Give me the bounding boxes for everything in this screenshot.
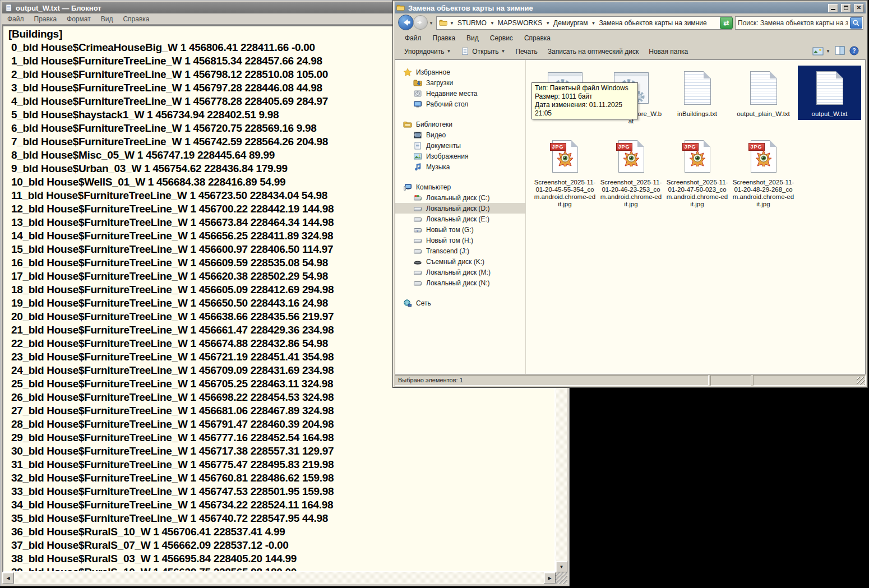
breadcrumb-separator-icon[interactable]: ▼ <box>544 21 552 26</box>
sidebar-item-Локальный диск (N:)[interactable]: Локальный диск (N:) <box>395 277 525 288</box>
sidebar-item-Новый том (H:)[interactable]: Новый том (H:) <box>395 235 525 246</box>
downloads-icon <box>413 78 422 87</box>
drivec-icon <box>413 193 422 202</box>
notepad-menu-item[interactable]: Справка <box>118 14 154 24</box>
explorer-resize-grip[interactable] <box>857 377 865 385</box>
help-icon[interactable]: ? <box>849 46 859 57</box>
file-item[interactable]: JPGScreenshot_2025-11-01-20-46-23-253_co… <box>599 134 663 210</box>
scroll-down-button[interactable]: ▼ <box>556 561 567 572</box>
drive-icon <box>413 204 422 213</box>
sidebar-item-Съемный диск (K:)[interactable]: Съемный диск (K:) <box>395 256 525 267</box>
breadcrumb-folder-icon <box>439 18 448 27</box>
breadcrumb-separator-icon[interactable]: ▼ <box>448 21 456 26</box>
views-dropdown-arrow[interactable]: ▼ <box>826 49 830 54</box>
breadcrumb-segment[interactable]: MAPSWORKS <box>496 18 544 28</box>
drive-icon <box>413 268 422 277</box>
sidebar-item-Загрузки[interactable]: Загрузки <box>395 77 525 88</box>
text-file-icon <box>816 71 843 105</box>
scroll-left-button[interactable]: ◀ <box>2 572 14 584</box>
dropdown-arrow-icon: ▼ <box>446 49 451 54</box>
history-dropdown-arrow[interactable]: ▼ <box>429 21 433 26</box>
back-button[interactable] <box>398 15 414 30</box>
open-file-icon <box>461 47 470 56</box>
close-button[interactable]: ✕ <box>854 4 864 12</box>
sidebar-item-Локальный диск (C:)[interactable]: Локальный диск (C:) <box>395 192 525 203</box>
text-line: 28_bld House$FurnitureTreeLine_W 1 45679… <box>8 418 554 431</box>
toolbar-button[interactable]: Новая папка <box>644 45 693 58</box>
notepad-menu-item[interactable]: Формат <box>62 14 96 24</box>
sidebar-item-Новый том (G:)[interactable]: ?Новый том (G:) <box>395 224 525 235</box>
search-icon[interactable] <box>850 17 862 29</box>
sidebar-item-Локальный диск (E:)[interactable]: Локальный диск (E:) <box>395 214 525 224</box>
file-item[interactable]: JPGScreenshot_2025-11-01-20-47-50-023_co… <box>665 134 729 210</box>
breadcrumb-segment[interactable]: Замена обьектов карты на зимние <box>597 18 708 28</box>
breadcrumb-segment[interactable]: Демиургам <box>552 18 589 28</box>
toolbar-button[interactable]: Открыть▼ <box>456 45 510 58</box>
video-icon <box>413 131 422 140</box>
toolbar-button[interactable]: Печать <box>510 45 542 58</box>
file-item[interactable]: output_plain_W.txt <box>732 66 795 120</box>
notepad-menu-item[interactable]: Файл <box>2 14 29 24</box>
recent-icon <box>413 89 422 98</box>
drive2-icon: ? <box>413 225 422 234</box>
drive-icon <box>413 247 422 256</box>
text-line: 39_bld House$RuralS_10_W 1 456629.75 228… <box>8 566 554 572</box>
file-name: Screenshot_2025-11-01-20-45-55-354_com.a… <box>534 179 596 208</box>
breadcrumb-separator-icon[interactable]: ▼ <box>589 21 597 26</box>
explorer-menu-item[interactable]: Сервис <box>484 33 519 43</box>
file-item[interactable]: output_W.txt <box>798 66 861 120</box>
image-viewer-eye-icon <box>755 150 772 166</box>
notepad-resize-grip[interactable] <box>556 572 567 584</box>
minimize-button[interactable] <box>828 4 838 12</box>
sidebar-item-Документы[interactable]: Документы <box>395 140 525 151</box>
sidebar-item-Избранное[interactable]: Избранное <box>395 67 525 77</box>
breadcrumb-separator-icon[interactable]: ▼ <box>488 21 496 26</box>
sidebar-item-Изображения[interactable]: Изображения <box>395 151 525 161</box>
file-row: JPGScreenshot_2025-11-01-20-45-55-354_co… <box>533 134 865 210</box>
refresh-button[interactable]: ⇄ <box>720 17 733 29</box>
sidebar-group: Сеть <box>395 298 525 308</box>
breadcrumb[interactable]: ▼STURMO▼MAPSWORKS▼Демиургам▼Замена обьек… <box>436 16 732 30</box>
preview-pane-button[interactable] <box>835 46 845 57</box>
svg-text:?: ? <box>417 229 419 232</box>
sidebar-item-Музыка[interactable]: Музыка <box>395 161 525 172</box>
sidebar-item-Компьютер[interactable]: Компьютер <box>395 182 525 192</box>
sidebar-item-Рабочий стол[interactable]: Рабочий стол <box>395 99 525 109</box>
scroll-right-button[interactable]: ▶ <box>544 572 556 584</box>
toolbar-button[interactable]: Записать на оптический диск <box>543 45 644 58</box>
file-item[interactable]: JPGScreenshot_2025-11-01-20-48-29-268_co… <box>732 134 795 210</box>
network-icon <box>403 299 412 308</box>
explorer-menu-item[interactable]: Файл <box>399 33 427 43</box>
image-viewer-eye-icon <box>689 150 706 166</box>
text-line: 38_bld House$RuralS_03_W 1 456695.84 228… <box>8 552 554 566</box>
file-item[interactable]: JPGScreenshot_2025-11-01-20-45-55-354_co… <box>533 134 597 210</box>
jpg-file-icon: JPG <box>552 140 578 173</box>
sidebar-item-Локальный диск (D:)[interactable]: Локальный диск (D:) <box>395 203 525 214</box>
file-name: Screenshot_2025-11-01-20-47-50-023_com.a… <box>666 179 728 208</box>
docs-icon <box>413 141 422 150</box>
address-bar: ▼ ▼STURMO▼MAPSWORKS▼Демиургам▼Замена обь… <box>395 13 866 33</box>
search-input[interactable] <box>736 19 850 27</box>
search-box <box>735 16 863 30</box>
views-button[interactable]: ▼ <box>812 47 830 56</box>
file-item[interactable]: inBuildings.txt <box>665 66 729 120</box>
breadcrumb-segment[interactable]: STURMO <box>456 18 488 28</box>
file-name: inBuildings.txt <box>677 110 717 118</box>
sidebar-item-Сеть[interactable]: Сеть <box>395 298 525 308</box>
notepad-horizontal-scrollbar[interactable]: ◀ ▶ <box>2 572 556 584</box>
sidebar-item-Видео[interactable]: Видео <box>395 129 525 140</box>
maximize-button[interactable] <box>841 4 851 12</box>
tooltip-line: Дата изменения: 01.11.2025 21:05 <box>535 101 635 118</box>
notepad-menu-item[interactable]: Вид <box>96 14 118 24</box>
forward-button[interactable] <box>413 15 428 30</box>
sidebar-item-Библиотеки[interactable]: Библиотеки <box>395 119 525 129</box>
explorer-menu-item[interactable]: Справка <box>519 33 556 43</box>
notepad-menu-item[interactable]: Правка <box>29 14 62 24</box>
explorer-menu-item[interactable]: Правка <box>427 33 461 43</box>
sidebar-item-Недавние места[interactable]: Недавние места <box>395 88 525 99</box>
explorer-titlebar[interactable]: Замена обьектов карты на зимние ✕ <box>395 2 866 13</box>
toolbar-button[interactable]: Упорядочить▼ <box>399 45 456 58</box>
explorer-menu-item[interactable]: Вид <box>461 33 484 43</box>
sidebar-item-Локальный диск (M:)[interactable]: Локальный диск (M:) <box>395 267 525 277</box>
sidebar-item-Transcend (J:)[interactable]: Transcend (J:) <box>395 246 525 256</box>
